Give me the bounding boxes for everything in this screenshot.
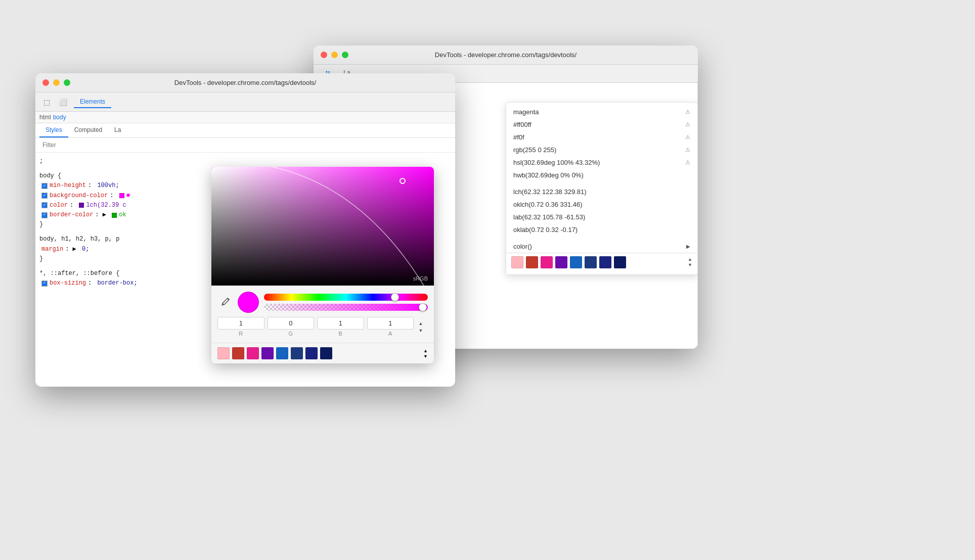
swatches-arrows[interactable]: ▲ ▼ [423,348,428,359]
minimize-button-back[interactable] [331,52,338,58]
a-input[interactable] [367,317,414,330]
back-swatch-0[interactable] [511,256,523,268]
red-arrow-indicator: ➜ [433,323,434,342]
dropdown-label-lab: lab(62.32 105.78 -61.53) [513,213,585,221]
dropdown-label-magenta: magenta [513,108,539,116]
channels-arrow-down[interactable]: ▼ [417,328,425,334]
dropdown-label-oklab: oklab(0.72 0.32 -0.17) [513,226,578,234]
dropdown-item-color[interactable]: color() ▶ [506,240,697,253]
dropdown-item-lch[interactable]: lch(62.32 122.38 329.81) [506,185,697,198]
checkbox-minheight[interactable]: ✓ [41,183,48,189]
dropdown-divider-2 [506,236,697,240]
swatch-0[interactable] [217,347,230,359]
dropdown-item-oklab[interactable]: oklab(0.72 0.32 -0.17) [506,223,697,236]
title-bar-back: DevTools - developer.chrome.com/tags/dev… [314,45,698,65]
dropdown-label-hwb: hwb(302.69deg 0% 0%) [513,171,584,179]
dropdown-item-f0f[interactable]: #f0f ⚠ [506,131,697,144]
color-gradient-area[interactable]: sRGB [211,167,434,286]
dropdown-item-hsl[interactable]: hsl(302.69deg 100% 43.32%) ⚠ [506,156,697,169]
back-swatch-5[interactable] [585,256,597,268]
dropdown-arrow-color: ▶ [686,244,690,249]
maximize-button-back[interactable] [342,52,348,58]
dropdown-label-rgb: rgb(255 0 255) [513,146,556,154]
swatch-arrow-down[interactable]: ▼ [423,354,428,359]
toolbar-tabs-front: Elements [74,96,111,108]
device-icon[interactable]: ⬜ [56,95,70,109]
back-swatch-4[interactable] [570,256,582,268]
val-bgcolor: ■ [126,191,130,201]
swatch-5[interactable] [291,347,303,359]
color-format-dropdown: magenta ⚠ #ff00ff ⚠ #f0f ⚠ rgb(255 0 255… [506,102,698,275]
checkbox-bgcolor[interactable]: ✓ [41,193,48,199]
r-input-group: R [217,317,264,337]
alpha-slider[interactable] [264,304,428,311]
b-input[interactable] [317,317,364,330]
back-swatches-arrows[interactable]: ▲ ▼ [688,257,692,267]
tab-la[interactable]: La [108,123,127,137]
swatch-2[interactable] [247,347,259,359]
checkbox-color[interactable]: ✓ [41,202,48,208]
srgb-label: sRGB [413,275,428,282]
r-label: R [239,331,243,337]
color-picker-popup: sRGB [211,167,434,363]
dropdown-item-hwb[interactable]: hwb(302.69deg 0% 0%) [506,169,697,181]
dropdown-item-lab[interactable]: lab(62.32 105.78 -61.53) [506,211,697,223]
tab-styles[interactable]: Styles [39,123,68,137]
minimize-button-front[interactable] [53,79,60,86]
checkbox-border[interactable]: ✓ [41,212,48,218]
prop-margin: margin [41,245,63,254]
toolbar-front: ⬚ ⬜ Elements [35,92,455,112]
prop-border: border-color [50,210,93,220]
b-label: B [339,331,342,337]
tab-elements-front[interactable]: Elements [74,96,111,108]
dropdown-item-oklch[interactable]: oklch(0.72 0.36 331.46) [506,198,697,211]
dropdown-item-rgb[interactable]: rgb(255 0 255) ⚠ [506,144,697,156]
swatch-4[interactable] [276,347,288,359]
channels-arrow-up[interactable]: ▲ [417,320,425,326]
back-swatch-7[interactable] [614,256,626,268]
back-swatch-1[interactable] [526,256,538,268]
val-minheight: 100vh; [97,181,119,191]
r-input[interactable] [217,317,264,330]
dropdown-item-ff00ff[interactable]: #ff00ff ⚠ [506,118,697,131]
dropdown-label-f0f: #f0f [513,133,524,141]
color-picker-crosshair [400,178,406,184]
close-button-back[interactable] [321,52,327,58]
swatch-6[interactable] [305,347,318,359]
swatch-1[interactable] [232,347,244,359]
color-swatch-color[interactable] [79,203,84,208]
back-swatch-arrow-up[interactable]: ▲ [688,257,692,262]
eyedropper-button[interactable] [217,295,233,310]
crumb-body[interactable]: body [53,114,66,121]
back-swatch-arrow-down[interactable]: ▼ [688,262,692,267]
back-swatch-6[interactable] [599,256,611,268]
color-picker-controls: R G B A ▲ ▼ ➜ [211,286,434,343]
hue-slider[interactable] [264,294,428,301]
color-picker-row1 [217,292,428,313]
prop-color: color [50,201,68,210]
checkbox-boxsizing[interactable]: ✓ [41,281,48,287]
back-swatch-2[interactable] [541,256,553,268]
swatch-7[interactable] [320,347,332,359]
back-swatch-3[interactable] [555,256,567,268]
css-rule-0: ; [39,157,451,166]
rgba-arrows: ▲ ▼ [417,320,425,334]
filter-input[interactable] [39,140,451,150]
color-swatch-bgcolor[interactable] [119,193,124,198]
crumb-html[interactable]: html [39,114,51,121]
dropdown-item-magenta[interactable]: magenta ⚠ [506,106,697,118]
prop-boxsizing: box-sizing [50,278,86,288]
swatch-3[interactable] [261,347,274,359]
g-input[interactable] [268,317,315,330]
cursor-icon[interactable]: ⬚ [39,95,54,109]
svg-point-0 [228,298,229,300]
g-input-group: G [268,317,315,337]
rgba-inputs: R G B A ▲ ▼ ➜ [217,317,428,337]
dropdown-label-hsl: hsl(302.69deg 100% 43.32%) [513,159,600,166]
color-swatch-border[interactable] [112,213,117,218]
maximize-button-front[interactable] [64,79,70,86]
close-button-front[interactable] [42,79,49,86]
swatch-arrow-up[interactable]: ▲ [423,348,428,353]
tab-computed[interactable]: Computed [68,123,108,137]
hue-thumb [391,293,399,301]
